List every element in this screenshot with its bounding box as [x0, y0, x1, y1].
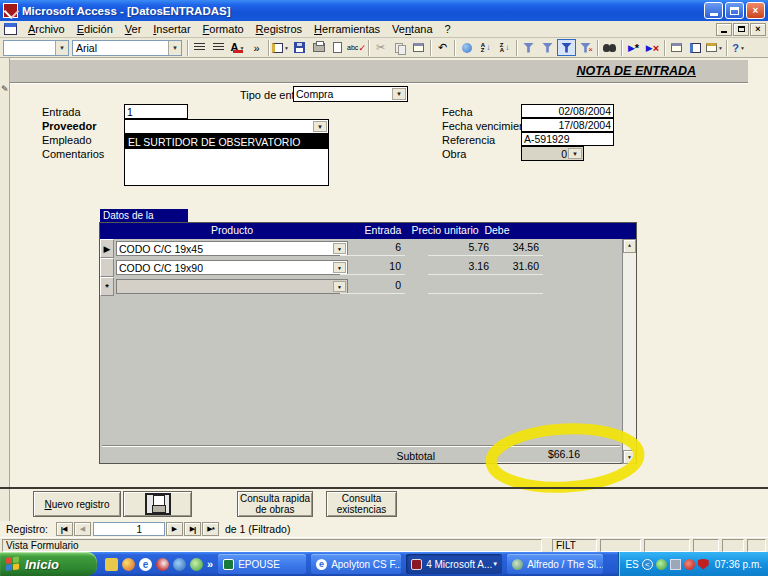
task-epouse[interactable]: EPOUSE	[218, 554, 306, 574]
entrada-cell[interactable]: 10	[340, 260, 405, 275]
first-record-button[interactable]: |◀	[56, 522, 73, 536]
cut-button[interactable]: ✂	[371, 39, 390, 56]
tipo-entrada-combo[interactable]: Compra ▼	[293, 86, 408, 102]
hide-icons-chevron[interactable]: <	[642, 559, 653, 570]
entrada-field[interactable]: 1	[124, 104, 188, 119]
task-microsoft-access-group[interactable]: 4 Microsoft A... ▼	[406, 554, 502, 574]
filter-by-form-button[interactable]	[538, 39, 557, 56]
minimize-button[interactable]	[704, 2, 723, 19]
folder-icon[interactable]	[105, 558, 118, 571]
column-header-producto[interactable]: Producto	[116, 224, 348, 236]
fecha-field[interactable]: 02/08/2004	[521, 104, 614, 118]
referencia-field[interactable]: A-591929	[521, 132, 614, 146]
proveedor-dropdown-list[interactable]: EL SURTIDOR DE OBSERVATORIO	[124, 134, 329, 186]
app-icon[interactable]	[122, 558, 135, 571]
record-number-input[interactable]	[93, 522, 165, 536]
delete-record-button[interactable]: ▶×	[643, 39, 662, 56]
hyperlink-button[interactable]	[457, 39, 476, 56]
new-record-button[interactable]: ▶*	[624, 39, 643, 56]
sort-ascending-button[interactable]: AZ↓	[476, 39, 495, 56]
language-indicator[interactable]: ES	[625, 559, 638, 570]
row-selector-current[interactable]: ▶	[100, 239, 114, 258]
start-button[interactable]: Inicio	[0, 552, 97, 576]
guardar-button[interactable]	[123, 491, 192, 517]
child-minimize-button[interactable]	[716, 23, 732, 36]
msn-icon[interactable]	[156, 558, 169, 571]
messenger-tray-icon[interactable]	[656, 559, 667, 570]
fecha-vencimiento-field[interactable]: 17/08/2004	[521, 118, 614, 132]
child-restore-button[interactable]	[733, 23, 749, 36]
menu-formato[interactable]: Formato	[197, 22, 250, 36]
apply-filter-button[interactable]	[557, 39, 576, 56]
spelling-button[interactable]: abc✓	[347, 39, 366, 56]
dropdown-item-selected[interactable]: EL SURTIDOR DE OBSERVATORIO	[125, 135, 328, 149]
menu-ventana[interactable]: Ventana	[386, 22, 438, 36]
object-select-combo[interactable]: ▼	[3, 40, 69, 56]
font-color-button[interactable]: A▼	[228, 39, 247, 56]
restore-button[interactable]	[725, 2, 744, 19]
ie-icon[interactable]: e	[139, 558, 152, 571]
print-preview-button[interactable]	[328, 39, 347, 56]
remove-filter-button[interactable]: ×	[576, 39, 595, 56]
print-button[interactable]	[309, 39, 328, 56]
menu-registros[interactable]: Registros	[250, 22, 308, 36]
menu-ayuda[interactable]: ?	[439, 22, 457, 36]
obra-combo[interactable]: 0 ▼	[521, 146, 584, 161]
menu-ver[interactable]: Ver	[119, 22, 148, 36]
row-selector-new[interactable]: *	[100, 277, 114, 296]
menu-edicion[interactable]: Edición	[71, 22, 119, 36]
task-apolyton[interactable]: e Apolyton CS F...	[311, 554, 401, 574]
producto-combo[interactable]: CODO C/C 19x45▼	[116, 241, 348, 256]
producto-combo[interactable]: CODO C/C 19x90▼	[116, 260, 348, 275]
child-close-button[interactable]: ×	[750, 23, 766, 36]
clock[interactable]: 07:36 p.m.	[715, 559, 762, 570]
properties-button[interactable]	[667, 39, 686, 56]
producto-combo[interactable]: ▼	[116, 279, 348, 294]
entrada-cell[interactable]: 0	[340, 279, 405, 294]
more-buttons-button[interactable]: »	[247, 39, 266, 56]
close-button[interactable]: ×	[746, 2, 765, 19]
consulta-obras-button[interactable]: Consulta rapidade obras	[237, 491, 313, 517]
previous-record-button[interactable]: ◀	[74, 522, 91, 536]
column-header-debe[interactable]: Debe	[468, 224, 526, 236]
font-combo[interactable]: Arial▼	[72, 40, 182, 56]
scroll-down-button[interactable]: ▼	[623, 450, 636, 464]
media-player-icon[interactable]	[173, 558, 186, 571]
entrada-cell[interactable]: 6	[340, 241, 405, 256]
chevron-down-icon[interactable]: ▼	[55, 41, 68, 55]
shield-tray-icon[interactable]	[698, 559, 709, 570]
view-button[interactable]: ▼	[271, 39, 290, 56]
new-record-nav-button[interactable]: ▶*	[202, 522, 219, 536]
next-record-button[interactable]: ▶	[166, 522, 183, 536]
paste-button[interactable]	[409, 39, 428, 56]
chevron-down-icon[interactable]: ▼	[168, 41, 181, 55]
new-object-button[interactable]: ▼	[705, 39, 724, 56]
chevron-down-icon[interactable]: ▼	[568, 148, 582, 159]
help-button[interactable]: ?▼	[729, 39, 748, 56]
task-alfredo[interactable]: Alfredo / The Sl...	[507, 554, 603, 574]
last-record-button[interactable]: ▶|	[184, 522, 201, 536]
network-tray-icon[interactable]	[670, 559, 681, 570]
align-center-button[interactable]	[190, 39, 209, 56]
nuevo-registro-button[interactable]: Nuevo registro	[33, 491, 121, 517]
subform-scrollbar[interactable]: ▼ ▼	[622, 239, 636, 464]
sort-descending-button[interactable]: ZA↓	[495, 39, 514, 56]
database-window-button[interactable]	[686, 39, 705, 56]
debe-cell[interactable]: 31.60	[478, 260, 543, 275]
undo-button[interactable]: ↶	[433, 39, 452, 56]
menu-herramientas[interactable]: Herramientas	[308, 22, 386, 36]
messenger-icon[interactable]	[190, 558, 203, 571]
align-right-button[interactable]	[209, 39, 228, 56]
find-button[interactable]	[600, 39, 619, 56]
menu-archivo[interactable]: Archivo	[22, 22, 71, 36]
save-button[interactable]	[290, 39, 309, 56]
debe-cell[interactable]	[478, 279, 543, 294]
scroll-up-button[interactable]: ▼	[623, 239, 636, 253]
chevron-more-icon[interactable]: »	[207, 558, 213, 570]
chevron-down-icon[interactable]: ▼	[313, 121, 327, 132]
menu-insertar[interactable]: Insertar	[147, 22, 196, 36]
debe-cell[interactable]: 34.56	[478, 241, 543, 256]
row-selector[interactable]	[100, 258, 114, 277]
chevron-down-icon[interactable]: ▼	[392, 88, 406, 100]
filter-by-selection-button[interactable]	[519, 39, 538, 56]
